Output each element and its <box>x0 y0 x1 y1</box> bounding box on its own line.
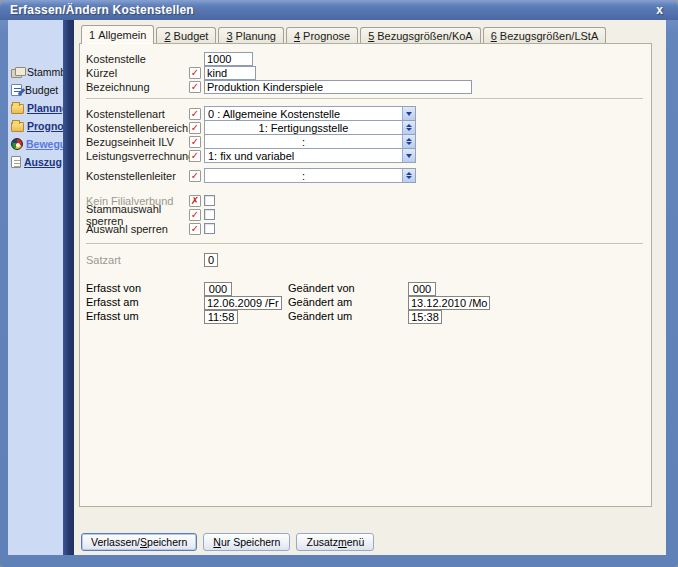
kein-filialverbund-checkbox[interactable] <box>204 195 215 206</box>
tab-label: Prognose <box>303 30 350 42</box>
field-row-erfasst-am: Erfasst am 12.06.2009 /Fr Geändert am 13… <box>86 293 645 306</box>
tab-planung[interactable]: 3 Planung <box>218 27 284 43</box>
window-body: Stammblatt Budget Planung Prognose Beweg… <box>8 20 666 555</box>
chevron-down-icon[interactable] <box>402 107 415 120</box>
check-mark-icon[interactable]: ✓ <box>189 170 201 182</box>
spinner-icon[interactable] <box>402 135 415 148</box>
spinner-icon[interactable] <box>402 169 415 182</box>
button-label: Verlassen/ <box>91 536 140 548</box>
field-label: Kostenstelle <box>86 53 189 65</box>
tab-label: Bezugsgrößen/KoA <box>377 30 472 42</box>
field-label: Auswahl sperren <box>86 223 189 235</box>
check-mark-icon[interactable]: ✓ <box>189 81 201 93</box>
kostenstellenleiter-dropdown[interactable]: : <box>204 168 416 183</box>
tab-strip: 1 Allgemein 2 Budget 3 Planung 4 Prognos… <box>79 25 652 43</box>
tab-label: Budget <box>174 30 209 42</box>
check-mark-icon[interactable]: ✓ <box>189 108 201 120</box>
zusatzmenu-button[interactable]: Zusatzmenü <box>296 533 374 551</box>
pie-circle-icon <box>11 138 23 150</box>
field-row-bezeichnung: Bezeichnung ✓ Produktion Kinderspiele <box>86 80 645 93</box>
page-pencil-icon <box>11 84 22 96</box>
tab-label: Planung <box>236 30 276 42</box>
tab-page-allgemein: Kostenstelle 1000 Kürzel ✓ kind Bezeichn… <box>79 43 652 507</box>
nur-speichern-button[interactable]: Nur Speichern <box>203 533 290 551</box>
tab-label: Bezugsgrößen/LStA <box>500 30 598 42</box>
sidebar-item-prognose[interactable]: Prognose <box>11 120 63 132</box>
field-row-kostenstelle: Kostenstelle 1000 <box>86 52 645 65</box>
field-label: Erfasst von <box>86 282 204 294</box>
kuerzel-input[interactable]: kind <box>204 66 256 80</box>
satzart-value: 0 <box>204 253 218 267</box>
tab-number: 4 <box>294 30 300 42</box>
tab-budget[interactable]: 2 Budget <box>156 27 216 43</box>
tab-number: 3 <box>226 30 232 42</box>
geaendert-um-value: 15:38 <box>408 310 442 324</box>
field-label: Geändert am <box>288 296 408 308</box>
dropdown-value: 0 : Allgemeine Kostenstelle <box>205 107 402 120</box>
verlassen-speichern-button[interactable]: Verlassen/Speichern <box>81 533 197 551</box>
sidebar-item-stammblatt[interactable]: Stammblatt <box>11 66 63 78</box>
bezugseinheit-ilv-dropdown[interactable]: : <box>204 134 416 149</box>
tab-number: 2 <box>164 30 170 42</box>
folder-icon <box>11 122 24 132</box>
button-label: Zusatz <box>306 536 338 548</box>
sidebar-item-auszug[interactable]: Auszug <box>11 156 63 168</box>
sidebar-item-planung[interactable]: Planung <box>11 102 63 114</box>
spinner-icon[interactable] <box>402 121 415 134</box>
check-mark-icon[interactable]: ✓ <box>189 150 201 162</box>
window-title: Erfassen/Ändern Kostenstellen <box>10 3 653 17</box>
sidebar-item-budget[interactable]: Budget <box>11 84 63 96</box>
tab-allgemein[interactable]: 1 Allgemein <box>81 25 154 44</box>
auswahl-sperren-checkbox[interactable] <box>204 223 215 234</box>
check-mark-icon[interactable]: ✓ <box>189 122 201 134</box>
dropdown-value: : <box>205 169 402 182</box>
tab-number: 1 <box>89 29 95 41</box>
field-row-kostenstellenbereich: Kostenstellenbereich ✓ 1: Fertigungsstel… <box>86 121 645 134</box>
sidebar-item-bewegung[interactable]: Bewegung <box>11 138 63 150</box>
x-mark-icon[interactable]: ✗ <box>189 195 201 207</box>
leistungsverrechnung-dropdown[interactable]: 1: fix und variabel <box>204 148 416 163</box>
tab-prognose[interactable]: 4 Prognose <box>286 27 358 43</box>
cards-icon <box>11 67 24 77</box>
folder-icon <box>11 104 24 114</box>
content-area: 1 Allgemein 2 Budget 3 Planung 4 Prognos… <box>74 20 666 555</box>
stammauswahl-sperren-checkbox[interactable] <box>204 209 215 220</box>
field-label: Bezugseinheit ILV <box>86 136 189 148</box>
kostenstellenbereich-dropdown[interactable]: 1: Fertigungsstelle <box>204 120 416 135</box>
separator <box>86 243 643 245</box>
check-mark-icon[interactable]: ✓ <box>189 223 201 235</box>
tab-bezugsgroessen-lsta[interactable]: 6 Bezugsgrößen/LStA <box>483 27 607 43</box>
sidebar-item-label: Auszug <box>24 156 62 168</box>
field-label: Kürzel <box>86 67 189 79</box>
document-icon <box>11 156 21 168</box>
erfasst-um-value: 11:58 <box>204 310 238 324</box>
field-row-erfasst-von: Erfasst von 000 Geändert von 000 <box>86 279 645 292</box>
field-row-leistungsverrechnung: Leistungsverrechnung ✓ 1: fix und variab… <box>86 149 645 162</box>
field-row-satzart: Satzart 0 <box>86 253 645 266</box>
kostenstellenart-dropdown[interactable]: 0 : Allgemeine Kostenstelle <box>204 106 416 121</box>
dropdown-value: 1: Fertigungsstelle <box>205 121 402 134</box>
field-row-kuerzel: Kürzel ✓ kind <box>86 66 645 79</box>
check-mark-icon[interactable]: ✓ <box>189 67 201 79</box>
field-label: Geändert um <box>288 310 408 322</box>
chevron-down-icon[interactable] <box>402 149 415 162</box>
field-label: Kostenstellenbereich <box>86 122 189 134</box>
tab-number: 5 <box>368 30 374 42</box>
tab-number: 6 <box>491 30 497 42</box>
close-icon[interactable]: x <box>653 3 666 17</box>
check-mark-icon[interactable]: ✓ <box>189 136 201 148</box>
button-row: Verlassen/Speichern Nur Speichern Zusatz… <box>81 533 652 551</box>
separator <box>86 98 643 100</box>
field-row-bezugseinheit-ilv: Bezugseinheit ILV ✓ : <box>86 135 645 148</box>
sidebar: Stammblatt Budget Planung Prognose Beweg… <box>8 20 63 555</box>
field-label: Erfasst am <box>86 296 204 308</box>
app-window: Erfassen/Ändern Kostenstellen x Stammbla… <box>0 0 678 567</box>
kostenstelle-input[interactable]: 1000 <box>204 52 253 66</box>
field-row-stammauswahl-sperren: Stammauswahl sperren ✓ <box>86 208 645 221</box>
bezeichnung-input[interactable]: Produktion Kinderspiele <box>204 80 472 94</box>
dropdown-value: 1: fix und variabel <box>205 149 402 162</box>
tab-label: Allgemein <box>98 29 146 41</box>
check-mark-icon[interactable]: ✓ <box>189 209 201 221</box>
tab-bezugsgroessen-koa[interactable]: 5 Bezugsgrößen/KoA <box>360 27 481 43</box>
title-bar: Erfassen/Ändern Kostenstellen x <box>0 0 678 20</box>
